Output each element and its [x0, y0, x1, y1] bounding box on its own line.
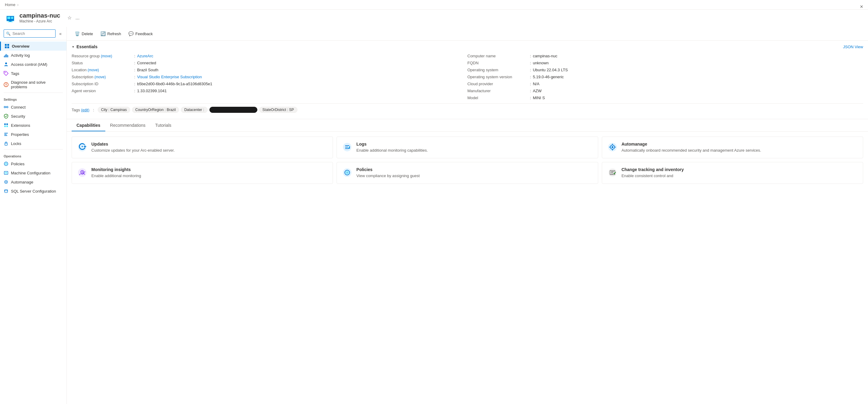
capabilities-grid: Updates Customize updates for your Arc-e… — [67, 132, 868, 189]
resource-header: campinas-nuc Machine - Azure Arc ☆ ... — [0, 10, 868, 27]
delete-label: Delete — [82, 32, 93, 36]
capability-card-automanage[interactable]: Automanage Automatically onboard recomme… — [602, 136, 863, 158]
extensions-icon — [4, 123, 8, 128]
subscription-move-link[interactable]: (move) — [94, 75, 105, 79]
sidebar-item-locks[interactable]: Locks — [0, 139, 66, 148]
agent-version-value: 1.33.02399.1041 — [137, 89, 167, 93]
svg-point-20 — [4, 106, 6, 108]
svg-point-21 — [7, 106, 8, 108]
capability-card-change-tracking[interactable]: Change tracking and inventory Enable con… — [602, 162, 863, 184]
tab-recommendations[interactable]: Recommendations — [105, 119, 151, 131]
os-version-value: 5.19.0-46-generic — [533, 75, 564, 79]
resource-subtitle: Machine - Azure Arc — [20, 19, 60, 23]
prop-manufacturer: Manufacturer : AZW — [467, 88, 863, 94]
svg-rect-47 — [348, 148, 350, 148]
svg-rect-10 — [4, 56, 5, 57]
capability-card-monitoring[interactable]: Monitoring insights Enable additional mo… — [72, 162, 333, 184]
sidebar-item-automanage[interactable]: Automanage — [0, 177, 66, 187]
favorite-button[interactable]: ☆ — [66, 14, 73, 22]
tab-tutorials[interactable]: Tutorials — [150, 119, 176, 131]
sidebar-item-tags[interactable]: Tags — [0, 69, 66, 78]
svg-point-50 — [612, 146, 613, 148]
refresh-button[interactable]: 🔄 Refresh — [97, 29, 124, 38]
policies-icon — [4, 161, 8, 166]
prop-subscription: Subscription (move) : Visual Studio Ente… — [72, 74, 467, 80]
svg-rect-13 — [7, 55, 7, 57]
svg-point-33 — [6, 164, 6, 164]
sidebar-item-connect[interactable]: Connect — [0, 103, 66, 112]
svg-rect-14 — [8, 55, 8, 57]
feedback-button[interactable]: 💬 Feedback — [125, 29, 156, 38]
settings-section-label: Settings — [0, 94, 66, 103]
svg-rect-54 — [615, 147, 616, 147]
resource-title-block: campinas-nuc Machine - Azure Arc — [20, 12, 60, 23]
computer-name-value: campinas-nuc — [533, 54, 558, 58]
sidebar-item-sql-server[interactable]: SQL Server Configuration — [0, 187, 66, 196]
sidebar-search-area: 🔍 « — [0, 27, 66, 40]
breadcrumb-home[interactable]: Home — [5, 2, 16, 7]
change-tracking-text: Change tracking and inventory Enable con… — [622, 167, 684, 179]
svg-rect-24 — [6, 124, 8, 125]
json-view-link[interactable]: JSON View — [843, 44, 863, 49]
capability-card-logs[interactable]: Logs Enable additional monitoring capabi… — [337, 136, 598, 158]
svg-rect-29 — [4, 135, 7, 136]
resource-group-move-link[interactable]: (move) — [101, 54, 112, 58]
prop-os-version: Operating system version : 5.19.0-46-gen… — [467, 74, 863, 80]
tab-capabilities[interactable]: Capabilities — [72, 119, 105, 131]
sidebar-item-overview[interactable]: Overview — [0, 41, 66, 50]
updates-title: Updates — [91, 142, 175, 146]
updates-icon — [77, 142, 88, 153]
svg-rect-11 — [5, 55, 5, 57]
search-input[interactable] — [4, 29, 56, 38]
prop-agent-version: Agent version : 1.33.02399.1041 — [72, 88, 467, 94]
resource-group-value[interactable]: AzureArc — [137, 54, 153, 58]
properties-icon — [4, 132, 8, 137]
sidebar-item-properties[interactable]: Properties — [0, 130, 66, 139]
essentials-collapse-icon: ▼ — [72, 45, 75, 48]
prop-model: Model : MINI S — [467, 95, 863, 101]
svg-rect-65 — [611, 173, 613, 173]
close-button[interactable]: × — [860, 4, 863, 10]
delete-button[interactable]: 🗑️ Delete — [72, 29, 96, 38]
model-value: MINI S — [533, 96, 545, 100]
logs-icon — [342, 142, 353, 153]
sidebar-navigation: OverviewActivity logAccess control (IAM)… — [0, 40, 66, 197]
location-value: Brazil South — [137, 68, 158, 72]
svg-rect-27 — [4, 133, 8, 133]
refresh-label: Refresh — [107, 32, 121, 36]
sidebar-item-policies[interactable]: Policies — [0, 159, 66, 168]
sidebar-item-extensions[interactable]: Extensions — [0, 121, 66, 130]
breadcrumb-chevron: › — [17, 2, 19, 7]
connect-icon — [4, 105, 8, 109]
sidebar-item-diagnose[interactable]: Diagnose and solve problems — [0, 78, 66, 91]
fqdn-value: unknown — [533, 61, 549, 65]
collapse-sidebar-button[interactable]: « — [58, 30, 63, 37]
subscription-value[interactable]: Visual Studio Enterprise Subscription — [137, 75, 202, 79]
prop-subscription-id: Subscription ID : b5be2d00-6bd0-446b-9c1… — [72, 81, 467, 87]
sidebar-item-machine-config[interactable]: Machine Configuration — [0, 168, 66, 177]
sidebar-item-access-control[interactable]: Access control (IAM) — [0, 60, 66, 69]
essentials-right-col: Computer name : campinas-nuc FQDN : unkn… — [467, 53, 863, 101]
change-tracking-desc: Enable consistent control and — [622, 173, 684, 179]
tags-edit-link[interactable]: (edit) — [81, 108, 89, 112]
capability-card-policies[interactable]: Policies View compliance by assigning gu… — [337, 162, 598, 184]
svg-rect-23 — [4, 124, 6, 125]
prop-resource-group: Resource group (move) : AzureArc — [72, 53, 467, 59]
sidebar-item-activity-log[interactable]: Activity log — [0, 50, 66, 60]
tags-icon — [4, 71, 8, 76]
capability-card-updates[interactable]: Updates Customize updates for your Arc-e… — [72, 136, 333, 158]
logs-title: Logs — [356, 142, 428, 146]
logs-text: Logs Enable additional monitoring capabi… — [356, 142, 428, 153]
more-options-button[interactable]: ... — [74, 14, 81, 22]
refresh-icon: 🔄 — [100, 31, 105, 36]
svg-rect-9 — [7, 46, 9, 48]
svg-rect-12 — [6, 54, 6, 57]
location-move-link[interactable]: (move) — [88, 68, 99, 72]
resource-icon — [5, 12, 16, 23]
sidebar-item-security[interactable]: Security — [0, 112, 66, 121]
svg-rect-6 — [5, 44, 7, 46]
essentials-grid: Resource group (move) : AzureArc Status … — [72, 53, 863, 101]
svg-point-40 — [82, 146, 83, 147]
tag-city: City : Campinas — [98, 107, 130, 113]
prop-location: Location (move) : Brazil South — [72, 67, 467, 73]
